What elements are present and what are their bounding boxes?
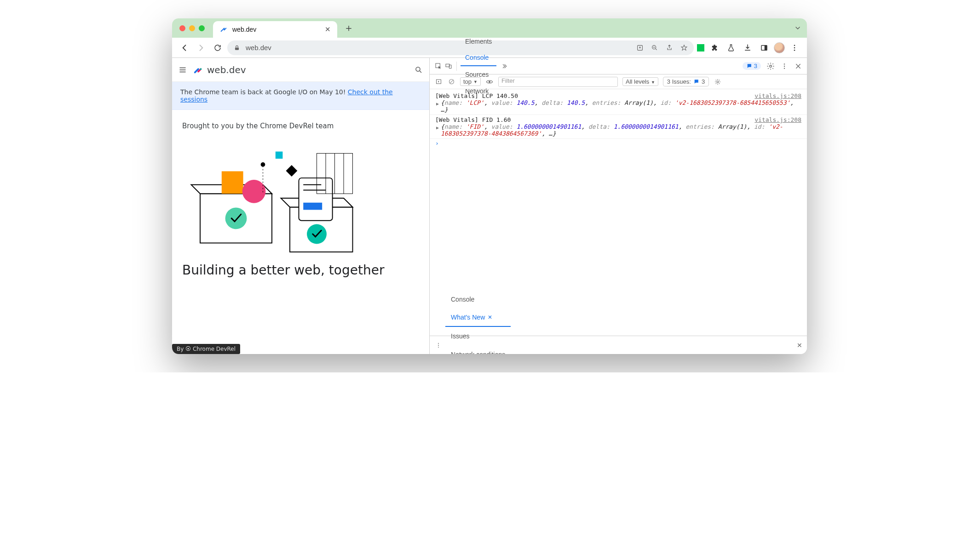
filter-input[interactable]: Filter (498, 77, 618, 87)
context-selector[interactable]: top ▼ (460, 77, 481, 86)
expand-arrow-icon[interactable]: ▶ (436, 101, 439, 106)
svg-point-34 (784, 63, 785, 64)
chrome-menu-button[interactable] (788, 41, 801, 55)
svg-point-24 (225, 207, 247, 229)
content-split: web.dev The Chrome team is back at Googl… (172, 58, 807, 354)
browser-tab[interactable]: web.dev ✕ (213, 21, 337, 38)
site-header: web.dev (172, 58, 429, 82)
log-object-preview[interactable]: {name: 'LCP', value: 140.5, delta: 140.5… (435, 99, 801, 113)
page-content: web.dev The Chrome team is back at Googl… (172, 58, 430, 354)
hero-illustration (182, 138, 362, 258)
svg-point-13 (242, 180, 266, 203)
install-icon[interactable] (636, 44, 644, 52)
omnibox-actions (636, 44, 688, 52)
zoom-icon[interactable] (651, 44, 659, 52)
drawer-tab-network-conditions[interactable]: Network conditions (445, 345, 511, 354)
byline-badge: By ⦿ Chrome DevRel (172, 344, 240, 354)
close-drawer-icon[interactable]: ✕ (797, 342, 802, 349)
console-log-entry[interactable]: vitals.js:208[Web Vitals] FID 1.60▶{name… (430, 115, 807, 139)
svg-point-40 (717, 81, 719, 83)
hamburger-icon[interactable] (179, 66, 187, 74)
console-log-entry[interactable]: vitals.js:208[Web Vitals] LCP 140.50▶{na… (430, 91, 807, 115)
clear-console-icon[interactable] (447, 78, 455, 86)
tab-overflow-button[interactable] (794, 24, 801, 32)
window-controls (179, 25, 205, 31)
downloads-button[interactable] (741, 41, 754, 55)
back-button[interactable] (178, 41, 191, 55)
log-header: [Web Vitals] LCP 140.50 (435, 92, 518, 99)
devtools-tab-elements[interactable]: Elements (461, 33, 496, 50)
close-devtools-icon[interactable] (794, 62, 802, 70)
close-tab-button[interactable]: ✕ (325, 25, 331, 34)
devtools-panel: ElementsConsoleSourcesNetwork 3 top ▼ (430, 58, 807, 354)
svg-rect-26 (276, 152, 283, 159)
devtools-drawer: ConsoleWhat's New✕IssuesNetwork conditio… (430, 336, 807, 354)
svg-point-7 (794, 49, 795, 51)
announcement-banner: The Chrome team is back at Google I/O on… (172, 82, 429, 110)
expand-arrow-icon[interactable]: ▶ (436, 125, 439, 130)
close-window-button[interactable] (179, 25, 185, 31)
bookmark-icon[interactable] (680, 44, 688, 52)
svg-rect-19 (303, 203, 322, 210)
lock-icon (233, 44, 241, 52)
extensions-button[interactable] (708, 41, 721, 55)
console-settings-icon[interactable] (714, 78, 722, 86)
labs-button[interactable] (724, 41, 738, 55)
devtools-tab-console[interactable]: Console (461, 50, 496, 66)
svg-point-6 (794, 47, 795, 48)
svg-point-9 (416, 67, 420, 71)
svg-rect-28 (286, 165, 297, 177)
svg-rect-4 (765, 45, 767, 50)
extension-square-icon[interactable] (697, 44, 705, 52)
share-icon[interactable] (665, 44, 674, 52)
site-logo[interactable]: web.dev (193, 64, 246, 75)
console-filter-bar: top ▼ Filter All levels ▼ 3 Issues: 3 (430, 74, 807, 89)
drawer-tab-issues[interactable]: Issues (445, 327, 511, 345)
svg-point-8 (200, 68, 202, 70)
log-levels-selector[interactable]: All levels ▼ (622, 77, 658, 86)
maximize-window-button[interactable] (199, 25, 205, 31)
inspect-icon[interactable] (434, 62, 443, 70)
browser-window: web.dev ✕ ＋ web.dev (172, 18, 807, 354)
svg-point-36 (784, 68, 785, 69)
messages-count: 3 (754, 63, 757, 69)
device-toggle-icon[interactable] (444, 62, 453, 70)
minimize-window-button[interactable] (189, 25, 195, 31)
svg-rect-12 (222, 171, 243, 194)
messages-pill[interactable]: 3 (743, 62, 761, 70)
drawer-tab-what-s-new[interactable]: What's New✕ (445, 309, 511, 327)
new-tab-button[interactable]: ＋ (344, 21, 354, 35)
svg-point-33 (770, 65, 772, 67)
tab-favicon (219, 25, 228, 34)
sidepanel-button[interactable] (757, 41, 771, 55)
page-body: Brought to you by the Chrome DevRel team (172, 110, 429, 278)
svg-rect-31 (446, 64, 449, 67)
banner-text: The Chrome team is back at Google I/O on… (180, 88, 348, 96)
devtools-menu-icon[interactable] (780, 62, 789, 70)
console-prompt[interactable]: › (430, 139, 807, 148)
svg-point-43 (438, 347, 439, 348)
drawer-menu-icon[interactable] (434, 341, 443, 349)
tab-title: web.dev (232, 26, 256, 33)
svg-point-25 (307, 224, 327, 244)
settings-icon[interactable] (766, 62, 775, 70)
profile-avatar[interactable] (774, 42, 785, 53)
reload-button[interactable] (211, 41, 225, 55)
log-source-link[interactable]: vitals.js:208 (754, 116, 801, 123)
drawer-tab-console[interactable]: Console (445, 290, 511, 309)
omnibox-url: web.dev (246, 44, 631, 51)
log-source-link[interactable]: vitals.js:208 (754, 92, 801, 99)
console-sidebar-icon[interactable] (434, 78, 443, 86)
more-tabs-icon[interactable] (500, 62, 508, 70)
svg-point-39 (489, 81, 490, 83)
forward-button[interactable] (194, 41, 208, 55)
issues-pill[interactable]: 3 Issues: 3 (663, 77, 709, 86)
search-icon[interactable] (415, 66, 423, 74)
live-expression-icon[interactable] (485, 78, 494, 86)
close-drawer-tab-icon[interactable]: ✕ (488, 314, 492, 320)
svg-point-5 (794, 45, 795, 46)
site-name: web.dev (207, 64, 246, 75)
log-object-preview[interactable]: {name: 'FID', value: 1.6000000014901161,… (435, 123, 801, 137)
svg-point-41 (438, 343, 439, 343)
svg-point-42 (438, 345, 439, 346)
